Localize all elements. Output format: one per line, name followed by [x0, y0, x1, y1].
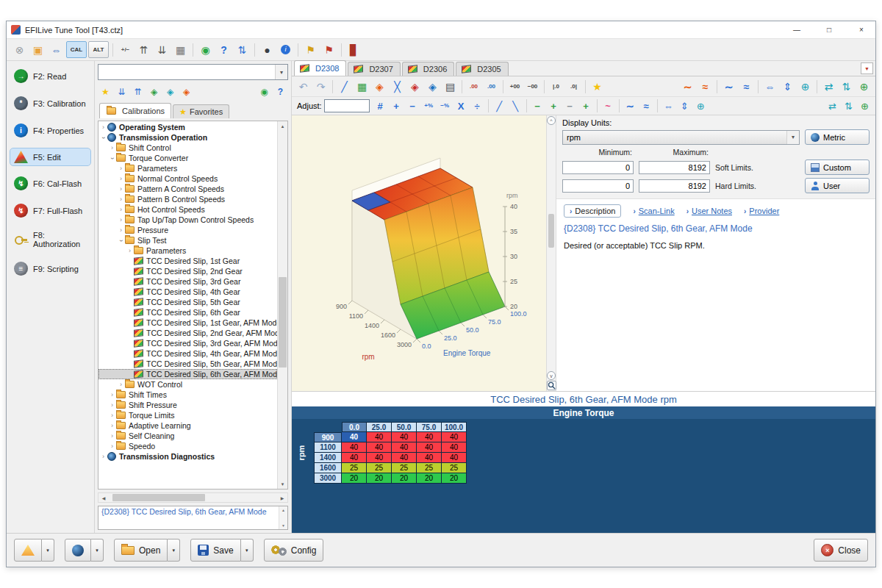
tree-expand-icon[interactable]: › — [109, 412, 115, 419]
search-input[interactable] — [98, 68, 275, 76]
mirror-h-icon[interactable]: ⇔ — [661, 98, 676, 114]
sphere-icon[interactable]: ● — [259, 41, 276, 58]
tree-expand-icon[interactable]: › — [100, 124, 107, 131]
tree-expand-icon[interactable]: › — [118, 165, 124, 172]
sidebar-item-cal-flash[interactable]: ↯F6: Cal-Flash — [10, 174, 90, 193]
smooth-h-icon[interactable]: ∼ — [679, 78, 696, 95]
tree-item[interactable]: ›Pressure — [98, 225, 277, 235]
tree-item[interactable]: ›Torque Limits — [98, 410, 277, 420]
center-icon[interactable]: ⊕ — [693, 98, 709, 114]
tree-hscrollbar-thumb[interactable] — [112, 494, 205, 501]
sort-icon[interactable]: ⇅ — [234, 41, 251, 58]
value-cell[interactable]: 40 — [392, 453, 417, 463]
nav-tab-calibrations[interactable]: Calibrations — [99, 103, 171, 118]
info-icon[interactable]: i — [277, 41, 294, 58]
undo-icon[interactable]: ↶ — [295, 78, 312, 95]
scroll-left-icon[interactable]: ◀ — [98, 493, 109, 502]
grid-view-icon[interactable]: ▦ — [354, 78, 370, 95]
collapse-down-button[interactable]: v — [547, 371, 556, 380]
tree-expand-icon[interactable]: › — [109, 392, 115, 398]
tree-item[interactable]: ›Hot Control Speeds — [98, 204, 277, 215]
scroll-right-icon[interactable]: ▶ — [277, 493, 287, 502]
chart-scrollbar-track[interactable] — [547, 126, 556, 370]
axes-icon[interactable]: ╳ — [389, 78, 406, 95]
expand-all-icon[interactable]: ⇊ — [114, 84, 129, 99]
grid-icon[interactable]: ▦ — [172, 41, 189, 58]
pad-plus-icon[interactable]: +00 — [506, 78, 523, 95]
open-dropdown-icon[interactable]: ▾ — [168, 539, 180, 562]
value-cell[interactable]: 20 — [392, 473, 417, 484]
resize-icon[interactable]: ⊕ — [856, 78, 872, 95]
zoom-button[interactable] — [547, 381, 556, 390]
tree-expand-icon[interactable]: › — [118, 227, 124, 234]
tree-expand-icon[interactable]: › — [118, 186, 124, 193]
interp2-icon[interactable]: ≈ — [639, 98, 654, 114]
favorite-icon[interactable]: ★ — [589, 78, 606, 95]
shift-rows-icon[interactable]: ⇅ — [841, 98, 856, 114]
scroll-down-icon[interactable]: ▼ — [278, 479, 287, 489]
hard-max-field[interactable] — [639, 179, 710, 193]
search-combobox[interactable]: ▾ — [98, 64, 288, 80]
tree-expand-icon[interactable]: › — [109, 402, 115, 409]
doc-tab-D2306[interactable]: D2306 — [402, 62, 454, 76]
value-cell[interactable]: 25 — [392, 463, 417, 473]
units-combobox[interactable]: rpm ▾ — [562, 130, 800, 145]
tree-item[interactable]: ›WOT Control — [98, 379, 277, 390]
tree-hscrollbar-track[interactable] — [109, 493, 277, 502]
tree-item[interactable]: TCC Desired Slip, 6th Gear, AFM Mode — [98, 369, 277, 379]
tree-item[interactable]: ›Speedo — [98, 441, 277, 451]
close-file-icon[interactable]: ⊗ — [11, 41, 28, 58]
tree-item[interactable]: ›Parameters — [98, 163, 277, 173]
value-cell[interactable]: 40 — [442, 442, 467, 453]
help-icon[interactable]: ? — [273, 84, 288, 99]
tree-item[interactable]: TCC Desired Slip, 4th Gear, AFM Mode — [98, 348, 277, 359]
column-header[interactable]: 100.0 — [442, 422, 467, 432]
subtract-percent-icon[interactable]: −% — [437, 98, 453, 114]
warning-menu-button[interactable] — [14, 539, 42, 562]
doc-tab-D2307[interactable]: D2307 — [348, 62, 400, 76]
tree-item[interactable]: ›Transmission Operation — [98, 132, 277, 143]
minimize-button[interactable]: — — [783, 21, 811, 38]
value-cell[interactable]: 40 — [342, 432, 367, 442]
tree-expand-icon[interactable]: › — [118, 196, 124, 203]
row-header[interactable]: 1100 — [314, 442, 342, 453]
decimals-remove-icon[interactable]: .00 — [483, 78, 500, 95]
increase-icon[interactable]: ⇈ — [135, 41, 152, 58]
row-header[interactable]: 900 — [314, 432, 342, 442]
tree-item[interactable]: ›Shift Times — [98, 390, 277, 400]
col-add-icon[interactable]: + — [578, 98, 594, 114]
tree-item[interactable]: TCC Desired Slip, 4th Gear — [98, 287, 277, 297]
calculator-icon[interactable]: ▤ — [442, 78, 459, 95]
adjust-input[interactable] — [324, 99, 370, 112]
tree-expand-icon[interactable]: › — [109, 145, 115, 151]
sidebar-item-full-flash[interactable]: ↯F7: Full-Flash — [10, 201, 90, 220]
window-close-button[interactable]: × — [847, 21, 875, 38]
tree-expand-icon[interactable]: › — [109, 423, 115, 429]
tree-item[interactable]: TCC Desired Slip, 6th Gear — [98, 307, 277, 318]
cal-toggle[interactable]: CAL — [66, 41, 87, 58]
value-cell[interactable]: 40 — [367, 432, 392, 442]
config-button[interactable]: Config — [264, 539, 324, 562]
tree-item[interactable]: TCC Desired Slip, 5th Gear — [98, 297, 277, 307]
tree-expand-icon[interactable]: › — [100, 135, 107, 141]
tree-item[interactable]: ›Operating System — [98, 122, 277, 132]
tree-item[interactable]: ›Self Cleaning — [98, 431, 277, 441]
search-dropdown-arrow-icon[interactable]: ▾ — [275, 65, 287, 79]
scan-tool-button[interactable] — [65, 539, 91, 562]
value-cell[interactable]: 25 — [367, 463, 392, 473]
grow-icon[interactable]: ⊕ — [857, 98, 872, 114]
sidebar-item-read[interactable]: →F2: Read — [10, 67, 90, 85]
value-cell[interactable]: 25 — [442, 463, 467, 473]
row-remove-icon[interactable]: − — [530, 98, 545, 114]
wave-icon[interactable]: ∼ — [720, 78, 737, 95]
custom-button[interactable]: Custom — [805, 159, 870, 175]
save-button[interactable]: Save — [190, 539, 240, 562]
tree-item[interactable]: ›Torque Converter — [98, 153, 277, 163]
row-header[interactable]: 3000 — [314, 473, 342, 484]
info-tab-user-notes[interactable]: ›User Notes — [686, 207, 732, 215]
value-cell[interactable]: 40 — [442, 453, 467, 463]
tree-item[interactable]: TCC Desired Slip, 1st Gear, AFM Mode — [98, 318, 277, 328]
column-header[interactable]: 50.0 — [392, 422, 417, 432]
compare-tables-icon[interactable]: ◈ — [179, 84, 194, 99]
tree-scrollbar[interactable]: ▲ ▼ — [277, 121, 287, 489]
